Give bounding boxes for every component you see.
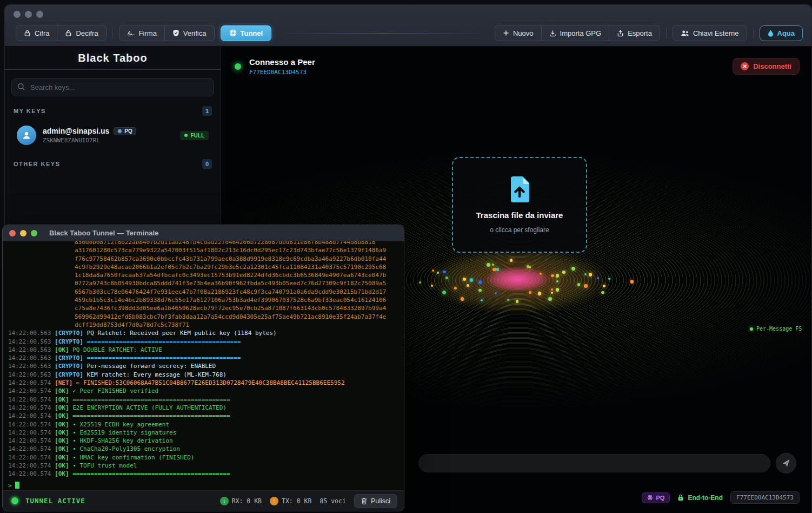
terminal-statusbar: TUNNEL ACTIVE ↓ RX: 0 KB ↑ TX: 0 KB 85 v… — [3, 490, 404, 511]
crypt-group: Cifra Decifra — [16, 25, 107, 41]
terminal-titlebar[interactable]: Black Taboo Tunnel — Terminale — [3, 225, 404, 241]
dropzone-subtitle: o clicca per sfogliare — [490, 226, 549, 234]
tab-decifra[interactable]: Decifra — [57, 25, 105, 41]
tab-cifra[interactable]: Cifra — [16, 25, 57, 41]
unlock-icon — [65, 30, 72, 37]
close-window-button[interactable] — [14, 11, 21, 18]
atom-icon — [117, 129, 122, 134]
security-footer: PQ End-to-End F77EED0AC13D4573 — [642, 491, 800, 504]
key-info: admin@sinapsi.us PQ ZSKNWE8ZAWUID7RL — [43, 127, 180, 144]
message-row — [418, 453, 796, 473]
key-actions-group: Nuovo Importa GPG Esporta — [495, 25, 660, 41]
aqua-theme-button[interactable]: Aqua — [760, 25, 803, 41]
minimize-window-button[interactable] — [25, 11, 32, 18]
trust-dot-icon — [184, 134, 188, 137]
new-key-button[interactable]: Nuovo — [495, 25, 541, 41]
toolbar: Cifra Decifra Firma — [5, 5, 811, 47]
connected-status-dot — [235, 63, 241, 70]
droplet-icon — [768, 30, 774, 37]
sign-group: Firma Verifica — [119, 25, 215, 41]
trash-icon — [361, 497, 367, 504]
rx-counter: ↓ RX: 0 KB — [220, 497, 262, 505]
core-glow — [477, 264, 558, 295]
toolbar-divider — [112, 28, 113, 38]
tx-counter: ↑ TX: 0 KB — [270, 497, 311, 505]
button-label: Esporta — [628, 29, 652, 37]
import-icon — [549, 30, 556, 37]
my-keys-count-badge: 1 — [202, 106, 212, 116]
other-keys-count-badge: 0 — [202, 159, 212, 169]
terminal-traffic-lights[interactable] — [9, 230, 37, 236]
other-keys-label: OTHER KEYS — [14, 161, 61, 167]
toolbar-divider — [753, 28, 754, 38]
terminal-output[interactable]: 830d0b08712f8022ab8407b2d11ab248fb4cdad2… — [3, 241, 404, 490]
sidebar-header: Black Taboo — [5, 47, 221, 70]
session-fingerprint: F77EED0AC13D4573 — [730, 491, 800, 504]
connection-title: Connesso a Peer — [249, 57, 315, 67]
terminal-window: Black Taboo Tunnel — Terminale 830d0b087… — [2, 225, 404, 511]
tab-tunnel-active[interactable]: Tunnel — [221, 25, 272, 41]
search-wrap — [11, 78, 214, 96]
key-name: admin@sinapsi.us — [43, 127, 109, 135]
paper-plane-icon — [782, 459, 790, 468]
globe-icon — [229, 29, 237, 37]
file-upload-icon — [508, 176, 531, 203]
tab-label: Cifra — [35, 29, 49, 37]
export-button[interactable]: Esporta — [609, 25, 660, 41]
shield-check-icon — [172, 29, 179, 37]
key-list-item[interactable]: admin@sinapsi.us PQ ZSKNWE8ZAWUID7RL FUL… — [12, 121, 213, 149]
clear-log-button[interactable]: Pulisci — [354, 494, 397, 508]
rx-label: RX: 0 KB — [232, 497, 262, 505]
button-label: Aqua — [777, 29, 795, 37]
atom-icon — [647, 495, 653, 501]
my-keys-label: MY KEYS — [14, 108, 46, 114]
my-keys-section: MY KEYS 1 — [5, 106, 221, 116]
zoom-window-button[interactable] — [36, 11, 43, 18]
tab-label: Verifica — [183, 29, 207, 37]
toolbar-divider — [666, 28, 667, 38]
tab-label: Decifra — [76, 29, 98, 37]
tab-verifica[interactable]: Verifica — [164, 25, 214, 41]
fs-label: Per-Message FS — [756, 326, 802, 332]
lock-icon — [24, 30, 31, 37]
users-icon — [681, 30, 689, 37]
disconnect-button[interactable]: ✕ Disconnetti — [733, 58, 800, 75]
key-fingerprint: ZSKNWE8ZAWUID7RL — [43, 137, 180, 144]
dropzone-title: Trascina file da inviare — [476, 211, 563, 220]
toolbar-accent-line — [285, 33, 481, 34]
external-keys-button[interactable]: Chiavi Esterne — [673, 25, 747, 41]
window-traffic-lights[interactable] — [14, 11, 43, 18]
pq-label: PQ — [656, 495, 664, 501]
trust-badge: FULL — [180, 131, 209, 140]
fs-dot-icon — [750, 327, 753, 331]
per-message-fs-indicator: Per-Message FS — [750, 326, 802, 332]
terminal-close-button[interactable] — [9, 230, 16, 236]
terminal-zoom-button[interactable] — [31, 230, 37, 236]
e2e-indicator: End-to-End — [677, 494, 723, 502]
tunnel-active-label: TUNNEL ACTIVE — [25, 497, 85, 505]
lock-icon — [677, 494, 684, 501]
app-title: Black Taboo — [78, 52, 147, 64]
signature-icon — [127, 30, 135, 37]
entries-count: 85 voci — [320, 497, 345, 505]
message-input[interactable] — [418, 454, 770, 472]
pq-chip-label: PQ — [124, 128, 132, 134]
import-gpg-button[interactable]: Importa GPG — [541, 25, 609, 41]
search-icon — [17, 83, 25, 91]
peer-id: F77EED0AC13D4573 — [249, 69, 315, 76]
trust-label: FULL — [190, 133, 204, 139]
file-dropzone[interactable]: Trascina file da inviare o clicca per sf… — [452, 157, 587, 253]
x-circle-icon: ✕ — [741, 62, 749, 70]
toolbar-row: Cifra Decifra Firma — [16, 25, 803, 41]
disconnect-label: Disconnetti — [753, 62, 791, 70]
button-label: Importa GPG — [560, 29, 602, 37]
tx-label: TX: 0 KB — [282, 497, 311, 505]
tab-firma[interactable]: Firma — [119, 25, 164, 41]
button-label: Nuovo — [513, 29, 534, 37]
export-icon — [617, 30, 624, 37]
send-button[interactable] — [776, 453, 796, 473]
terminal-minimize-button[interactable] — [20, 230, 26, 236]
search-input[interactable] — [11, 78, 214, 96]
pq-chip: PQ — [114, 127, 136, 135]
tab-label: Tunnel — [241, 29, 263, 37]
